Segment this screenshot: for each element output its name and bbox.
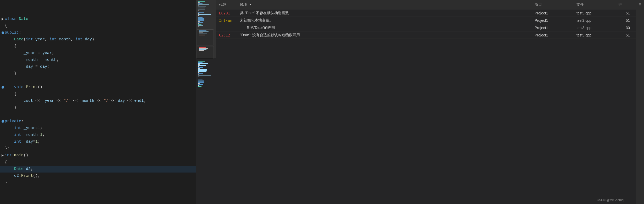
line-content: {	[5, 43, 194, 50]
line-content: class Date	[5, 16, 194, 23]
code-line: class Date	[0, 16, 196, 23]
error-line: 30	[615, 26, 636, 30]
error-description: 参见"Date"的声明	[237, 25, 531, 30]
error-project: Project1	[531, 18, 573, 23]
error-description: 类 "Date" 不存在默认构造函数	[237, 11, 531, 15]
header-code: 代码	[216, 2, 237, 7]
error-file: test3.cpp	[573, 11, 615, 15]
header-line: 行	[615, 2, 636, 7]
error-row[interactable]: E0291类 "Date" 不存在默认构造函数Project1test3.cpp…	[216, 9, 636, 17]
watermark: CSDN @MrGaomq	[216, 197, 626, 203]
line-content: int main()	[5, 152, 194, 159]
code-line: }	[0, 104, 196, 111]
error-file: test3.cpp	[573, 18, 615, 23]
minimap-content	[196, 0, 216, 204]
line-content: Date d2;	[5, 166, 194, 173]
code-line: void Print()	[0, 84, 196, 91]
code-line: }	[0, 179, 196, 186]
code-line: }	[0, 70, 196, 77]
minimap[interactable]	[196, 0, 216, 204]
side-bar: ≡	[636, 0, 644, 204]
side-icon-1: ≡	[637, 2, 643, 7]
line-content: cout << _year << "/" << _month << "/"<<_…	[5, 98, 194, 104]
code-line: Date(int year, int month, int day)	[0, 36, 196, 43]
error-row[interactable]: Int-un未初始化本地变量。Project1test3.cpp51	[216, 17, 636, 24]
error-project: Project1	[531, 26, 573, 30]
code-line: };	[0, 145, 196, 152]
error-code: E0291	[216, 11, 237, 15]
line-content: int _day=1;	[5, 138, 194, 145]
line-content: int _month=1;	[5, 132, 194, 138]
header-description[interactable]: 说明	[237, 2, 531, 7]
error-panel-header: 代码 说明 项目 文件 行	[216, 0, 636, 9]
error-project: Project1	[531, 11, 573, 15]
error-description: 未初始化本地变量。	[237, 18, 531, 23]
line-content: {	[5, 91, 194, 98]
error-description: "Date": 没有合适的默认构造函数可用	[237, 33, 531, 37]
code-line: _day = day;	[0, 63, 196, 70]
line-content: int _year=1;	[5, 125, 194, 132]
line-content: d2.Print();	[5, 173, 194, 179]
minimap-viewport	[196, 0, 216, 58]
error-line: 51	[615, 18, 636, 23]
code-line: int _year=1;	[0, 125, 196, 132]
line-content: Date(int year, int month, int day)	[5, 36, 194, 43]
code-editor[interactable]: class Date{public: Date(int year, int mo…	[0, 0, 196, 204]
error-line: 51	[615, 33, 636, 37]
header-file: 文件	[573, 2, 615, 7]
line-content: private:	[5, 118, 194, 125]
line-content: _day = day;	[5, 63, 194, 70]
chevron-down-icon	[249, 4, 251, 5]
line-content: {	[5, 159, 194, 166]
line-content: {	[5, 23, 194, 29]
line-content: public:	[5, 29, 194, 36]
line-content: _month = month;	[5, 57, 194, 63]
code-line: d2.Print();	[0, 173, 196, 179]
error-row[interactable]: C2512"Date": 没有合适的默认构造函数可用Project1test3.…	[216, 31, 636, 39]
code-line: {	[0, 159, 196, 166]
code-line: Date d2;	[0, 166, 196, 173]
line-content: };	[5, 145, 194, 152]
code-line: int _month=1;	[0, 132, 196, 138]
line-content: }	[5, 104, 194, 111]
code-line: cout << _year << "/" << _month << "/"<<_…	[0, 98, 196, 104]
header-project: 项目	[531, 2, 573, 7]
code-line: int main()	[0, 152, 196, 159]
code-line: public:	[0, 29, 196, 36]
line-content: _year = year;	[5, 50, 194, 57]
code-content: class Date{public: Date(int year, int mo…	[0, 0, 196, 188]
code-line: {	[0, 43, 196, 50]
line-content: }	[5, 179, 194, 186]
error-file: test3.cpp	[573, 33, 615, 37]
code-line	[0, 77, 196, 84]
code-line: private:	[0, 118, 196, 125]
error-line: 51	[615, 11, 636, 15]
code-line: int _day=1;	[0, 138, 196, 145]
error-panel: 代码 说明 项目 文件 行 E0291类 "Date" 不存在默认构造函数Pro…	[216, 0, 636, 204]
code-line: _year = year;	[0, 50, 196, 57]
error-code: Int-un	[216, 18, 237, 23]
error-code: C2512	[216, 33, 237, 37]
error-project: Project1	[531, 33, 573, 37]
line-content: void Print()	[5, 84, 194, 91]
code-line: _month = month;	[0, 57, 196, 63]
code-line: {	[0, 23, 196, 29]
code-line	[0, 111, 196, 118]
error-row[interactable]: 参见"Date"的声明Project1test3.cpp30	[216, 24, 636, 31]
error-file: test3.cpp	[573, 26, 615, 30]
line-content: }	[5, 70, 194, 77]
error-list: E0291类 "Date" 不存在默认构造函数Project1test3.cpp…	[216, 9, 636, 39]
code-line: {	[0, 91, 196, 98]
